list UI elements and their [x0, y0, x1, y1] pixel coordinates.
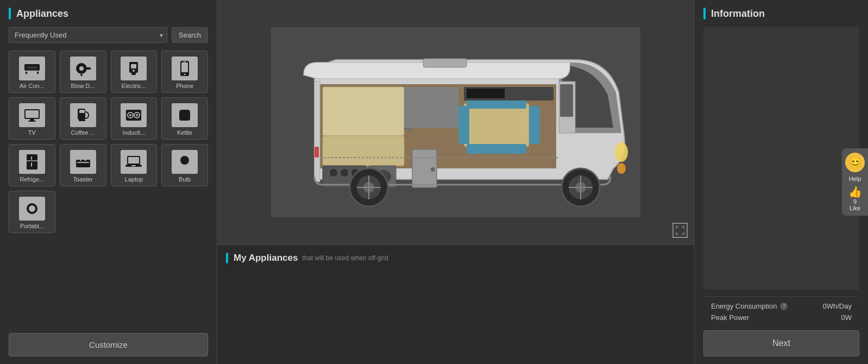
electric-label: Electric...: [122, 83, 146, 89]
energy-consumption-row: Energy Consumption ? 0Wh/Day: [711, 302, 852, 310]
fridge-label: Refrige...: [20, 176, 45, 183]
svg-point-77: [431, 167, 435, 172]
svg-point-53: [29, 205, 35, 212]
toaster-label: Toaster: [73, 176, 93, 183]
appliance-item-fridge[interactable]: Refrige...: [9, 144, 55, 186]
svg-rect-23: [79, 110, 85, 113]
filter-select-wrapper: Frequently Used All Kitchen Entertainmen…: [9, 27, 167, 43]
like-label: Like: [850, 205, 860, 211]
svg-point-88: [615, 142, 628, 162]
appliance-item-blow-dryer[interactable]: Blow D...: [60, 51, 106, 93]
svg-rect-92: [560, 84, 573, 117]
svg-point-8: [79, 66, 84, 71]
svg-line-51: [180, 155, 181, 156]
coffee-label: Coffee ...: [71, 129, 95, 136]
appliances-grid: Air Con... Blow D...: [9, 51, 208, 233]
toaster-icon: [70, 150, 96, 174]
bulb-icon: [172, 150, 198, 174]
appliances-title: Appliances: [9, 8, 208, 20]
svg-rect-30: [179, 121, 190, 122]
fullscreen-button[interactable]: [672, 223, 688, 238]
like-count: 9: [853, 198, 857, 205]
filter-row: Frequently Used All Kitchen Entertainmen…: [9, 27, 208, 43]
aircon-icon: [19, 57, 45, 80]
blowdryer-icon: [70, 57, 96, 80]
peak-power-row: Peak Power 0W: [711, 313, 852, 322]
svg-rect-59: [323, 87, 404, 136]
help-avatar: 😊: [845, 153, 865, 172]
laptop-icon: [121, 150, 147, 174]
info-content-area: [703, 27, 859, 290]
svg-rect-33: [31, 156, 32, 160]
appliance-item-induction[interactable]: Inducti...: [111, 97, 158, 140]
appliance-item-air-con[interactable]: Air Con...: [9, 51, 55, 93]
portable-icon: [19, 197, 45, 221]
svg-rect-70: [458, 106, 469, 144]
svg-rect-10: [131, 73, 136, 75]
svg-rect-36: [80, 155, 81, 161]
svg-rect-20: [28, 121, 36, 122]
appliance-item-portable[interactable]: Portabl...: [9, 191, 55, 233]
peak-power-value: 0W: [841, 313, 852, 322]
my-appliances-area: My Appliances that will be used when off…: [217, 244, 694, 364]
appliance-item-kettle[interactable]: Kettle: [161, 97, 208, 140]
appliance-item-bulb[interactable]: Bulb: [161, 144, 208, 186]
svg-rect-18: [26, 110, 39, 118]
appliance-item-coffee[interactable]: Coffee ...: [60, 97, 106, 140]
svg-rect-35: [76, 160, 90, 167]
svg-rect-48: [184, 167, 186, 168]
svg-point-27: [129, 114, 131, 116]
appliance-item-toaster[interactable]: Toaster: [60, 144, 106, 186]
next-button[interactable]: Next: [703, 330, 859, 356]
svg-rect-73: [467, 144, 526, 154]
svg-point-89: [617, 163, 626, 174]
thumbs-up-icon: 👍: [848, 185, 862, 198]
my-appliances-title: My Appliances that will be used when off…: [226, 253, 685, 263]
appliance-item-phone[interactable]: Phone: [161, 51, 208, 93]
svg-rect-29: [183, 108, 187, 110]
help-widget: 😊 Help 👍 9 Like: [842, 148, 868, 216]
svg-rect-69: [464, 103, 529, 147]
appliance-item-tv[interactable]: TV: [9, 97, 55, 140]
information-title: Information: [703, 8, 859, 20]
svg-rect-16: [183, 61, 186, 62]
svg-point-15: [184, 74, 186, 76]
category-select[interactable]: Frequently Used All Kitchen Entertainmen…: [9, 27, 167, 43]
help-label[interactable]: Help: [849, 175, 861, 182]
svg-rect-38: [77, 162, 89, 163]
svg-point-28: [136, 114, 138, 116]
rv-illustration: [271, 27, 640, 217]
title-accent-bar: [9, 8, 11, 20]
coffee-icon: [70, 103, 96, 127]
portable-label: Portabl...: [20, 223, 44, 229]
appliance-item-laptop[interactable]: Laptop: [111, 144, 158, 186]
energy-consumption-label: Energy Consumption ?: [711, 302, 788, 310]
svg-rect-11: [131, 64, 136, 68]
fridge-icon: [19, 150, 45, 174]
electric-icon: [121, 57, 147, 80]
appliance-item-electric[interactable]: Electric...: [111, 51, 158, 93]
svg-rect-90: [315, 147, 319, 158]
search-button[interactable]: Search: [172, 27, 208, 43]
aircon-label: Air Con...: [20, 83, 45, 89]
svg-rect-1: [26, 72, 27, 74]
middle-panel: My Appliances that will be used when off…: [217, 0, 694, 364]
customize-button[interactable]: Customize: [9, 333, 208, 356]
svg-point-12: [133, 70, 135, 72]
phone-icon: [172, 57, 198, 80]
like-button[interactable]: 👍 9 Like: [848, 185, 862, 211]
blowdryer-label: Blow D...: [71, 83, 95, 89]
tv-label: TV: [28, 129, 36, 136]
svg-rect-44: [131, 165, 136, 166]
energy-section: Energy Consumption ? 0Wh/Day Peak Power …: [703, 296, 859, 330]
svg-rect-2: [37, 72, 39, 74]
svg-rect-39: [76, 167, 78, 169]
energy-help-icon[interactable]: ?: [780, 303, 788, 310]
svg-rect-31: [27, 154, 37, 170]
svg-rect-75: [467, 89, 505, 98]
svg-point-45: [180, 156, 189, 165]
kettle-label: Kettle: [177, 129, 192, 136]
svg-rect-91: [423, 59, 467, 67]
tv-icon: [19, 103, 45, 127]
laptop-label: Laptop: [125, 176, 143, 183]
